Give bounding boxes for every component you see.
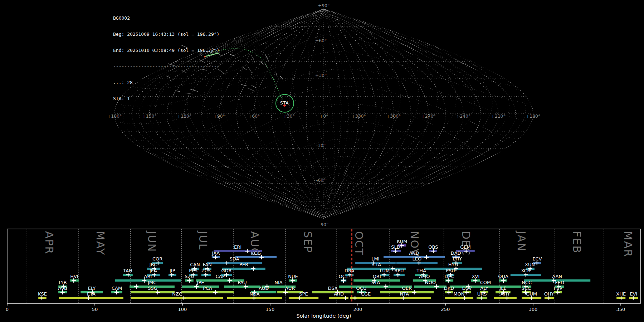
svg-text:GUM: GUM [526, 291, 537, 297]
svg-text:FED: FED [555, 280, 564, 285]
observation-info: BG0002 Beg: 20251009 16:43:13 (sol = 196… [113, 5, 219, 107]
svg-text:+150°: +150° [142, 113, 157, 119]
svg-text:LEO: LEO [413, 256, 422, 262]
svg-text:ARD: ARD [334, 291, 344, 297]
svg-text:DPC: DPC [445, 274, 454, 279]
sta-count: STA: 1 [113, 96, 219, 101]
svg-text:LMI: LMI [371, 256, 379, 262]
svg-text:JUN: JUN [146, 230, 158, 252]
svg-text:AUR: AUR [285, 286, 295, 291]
svg-text:+210°: +210° [491, 113, 506, 119]
svg-text:OBS: OBS [428, 244, 438, 250]
svg-text:LUM: LUM [380, 268, 390, 273]
svg-text:JUL: JUL [197, 230, 209, 250]
svg-text:FEB: FEB [571, 231, 583, 254]
svg-text:PER: PER [239, 262, 248, 267]
svg-text:GEM: GEM [460, 244, 471, 250]
svg-text:RPU: RPU [394, 268, 404, 273]
svg-text:DKD: DKD [444, 286, 454, 291]
svg-text:+180°: +180° [107, 113, 122, 119]
unassociated-count: ...: 28 [113, 80, 219, 85]
svg-text:KSE: KSE [38, 291, 47, 297]
radiant-map-figure: +90°-90°+60°+30°-30°-60°+180°+150°+120°+… [0, 0, 644, 322]
svg-text:AVB: AVB [58, 286, 67, 291]
svg-text:PSU: PSU [446, 268, 455, 273]
svg-text:MON: MON [453, 291, 464, 297]
svg-text:KUM: KUM [397, 239, 407, 244]
svg-text:Solar longitude (deg): Solar longitude (deg) [296, 313, 351, 319]
svg-text:NDA: NDA [249, 291, 260, 297]
svg-text:CAP: CAP [216, 274, 225, 279]
svg-text:+270°: +270° [421, 113, 436, 119]
svg-text:GDR: GDR [221, 268, 231, 273]
svg-text:APR: APR [43, 231, 55, 254]
svg-text:OER: OER [402, 286, 411, 291]
svg-text:XHE: XHE [616, 291, 626, 297]
svg-text:+330°: +330° [351, 113, 366, 119]
screenshot-root: { "info": { "lines": [ "BG0002", "Beg: 2… [0, 0, 644, 322]
svg-text:QUA: QUA [498, 274, 508, 279]
svg-text:-60°: -60° [316, 177, 326, 183]
svg-text:0: 0 [6, 307, 9, 312]
svg-text:DRA: DRA [345, 268, 355, 273]
svg-text:HYD: HYD [448, 262, 458, 267]
svg-text:OCT: OCT [338, 274, 348, 279]
svg-text:JLE: JLE [499, 286, 506, 291]
svg-text:JAN: JAN [515, 230, 528, 252]
svg-text:KCG: KCG [251, 250, 261, 256]
svg-text:AMO: AMO [419, 274, 430, 279]
svg-text:XCB: XCB [521, 268, 530, 273]
svg-text:300: 300 [529, 307, 538, 312]
svg-text:EHY: EHY [453, 256, 462, 262]
svg-text:+240°: +240° [456, 113, 471, 119]
svg-text:JEA: JEA [149, 268, 157, 273]
svg-text:FAN: FAN [203, 262, 212, 267]
svg-text:PPS: PPS [189, 268, 197, 273]
svg-text:JBC: JBC [149, 262, 157, 267]
svg-text:+30°: +30° [283, 113, 295, 119]
sta-radiant-marker: STA [276, 94, 294, 112]
svg-text:JMC: JMC [147, 280, 156, 285]
end-time: End: 20251010 03:08:49 (sol = 196.72°) [113, 48, 219, 53]
begin-time: Beg: 20251009 16:43:13 (sol = 196.29°) [113, 31, 219, 37]
svg-text:JIP: JIP [169, 268, 175, 273]
svg-text:COR: COR [152, 256, 162, 262]
svg-text:ETA: ETA [87, 291, 96, 297]
svg-text:100: 100 [178, 307, 187, 312]
svg-text:NOO: NOO [425, 280, 436, 285]
svg-text:MAY: MAY [94, 231, 107, 255]
svg-text:THA: THA [416, 268, 426, 273]
svg-text:FEV: FEV [554, 286, 563, 291]
svg-text:SZC: SZC [185, 274, 194, 279]
svg-text:JXA: JXA [211, 250, 220, 256]
svg-text:COM: COM [480, 280, 491, 285]
svg-text:+30°: +30° [315, 73, 327, 78]
svg-text:LYR: LYR [59, 280, 67, 285]
svg-text:ERI: ERI [234, 244, 241, 250]
shower-activity-bars: KUMERISLDOBSGEMJXAKCGANDDADCORSDALMILEOE… [38, 239, 638, 300]
svg-text:NCC: NCC [522, 280, 532, 285]
svg-text:HVI: HVI [70, 274, 78, 279]
svg-text:CTA: CTA [372, 262, 381, 267]
svg-text:SLD: SLD [391, 244, 400, 250]
svg-text:TAH: TAH [123, 268, 132, 273]
svg-text:STA: STA [280, 100, 289, 106]
svg-text:SDA: SDA [230, 256, 239, 262]
svg-text:+90°: +90° [213, 113, 225, 119]
svg-text:PAU: PAU [238, 280, 247, 285]
svg-text:50: 50 [92, 307, 98, 312]
svg-text:350: 350 [616, 307, 625, 312]
svg-text:AAN: AAN [552, 274, 562, 279]
svg-text:XUM: XUM [525, 262, 536, 267]
svg-text:+0°: +0° [319, 113, 328, 119]
svg-text:ARI: ARI [144, 274, 152, 279]
svg-text:CAM: CAM [112, 286, 122, 291]
svg-text:DSX: DSX [328, 286, 338, 291]
svg-text:OCU: OCU [356, 286, 367, 291]
svg-text:AND: AND [409, 250, 419, 256]
svg-text:SCC: SCC [521, 286, 531, 291]
svg-text:SEP: SEP [302, 231, 314, 253]
svg-text:MAR: MAR [622, 231, 634, 257]
svg-text:+180°: +180° [526, 113, 541, 119]
svg-text:NIA: NIA [274, 280, 283, 285]
